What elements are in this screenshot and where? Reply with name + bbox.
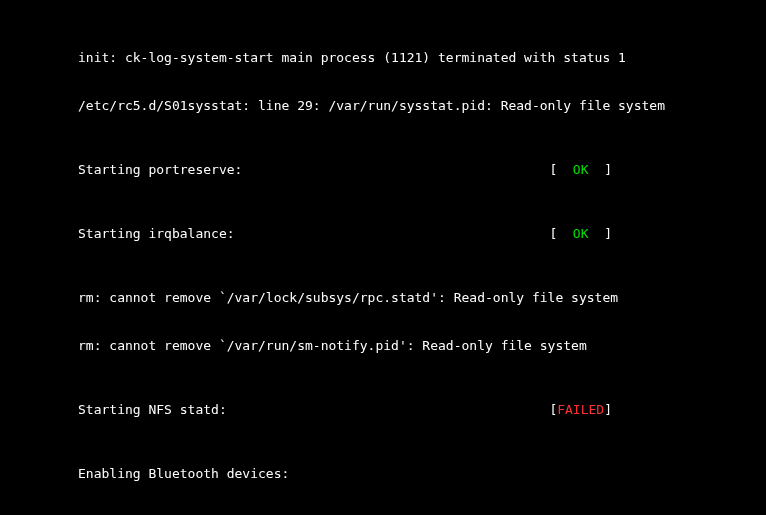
service-status-line: Starting irqbalance: [ OK ] bbox=[78, 226, 612, 242]
status-ok: OK bbox=[573, 226, 589, 241]
status-bracket: [FAILED] bbox=[549, 402, 612, 418]
boot-console: init: ck-log-system-start main process (… bbox=[0, 0, 766, 515]
service-label: Starting portreserve: bbox=[78, 162, 242, 178]
log-line: /etc/rc5.d/S01sysstat: line 29: /var/run… bbox=[78, 98, 766, 114]
log-line: rm: cannot remove `/var/run/sm-notify.pi… bbox=[78, 338, 766, 354]
log-line: rm: cannot remove `/var/lock/subsys/rpc.… bbox=[78, 290, 766, 306]
log-line: Enabling Bluetooth devices: bbox=[78, 466, 766, 482]
status-bracket: [ OK ] bbox=[549, 226, 612, 242]
service-label: Starting NFS statd: bbox=[78, 402, 227, 418]
log-line: init: ck-log-system-start main process (… bbox=[78, 50, 766, 66]
status-failed: FAILED bbox=[557, 402, 604, 417]
service-status-line: Starting NFS statd: [FAILED] bbox=[78, 402, 612, 418]
status-ok: OK bbox=[573, 162, 589, 177]
service-label: Starting irqbalance: bbox=[78, 226, 235, 242]
service-status-line: Starting portreserve: [ OK ] bbox=[78, 162, 612, 178]
status-bracket: [ OK ] bbox=[549, 162, 612, 178]
